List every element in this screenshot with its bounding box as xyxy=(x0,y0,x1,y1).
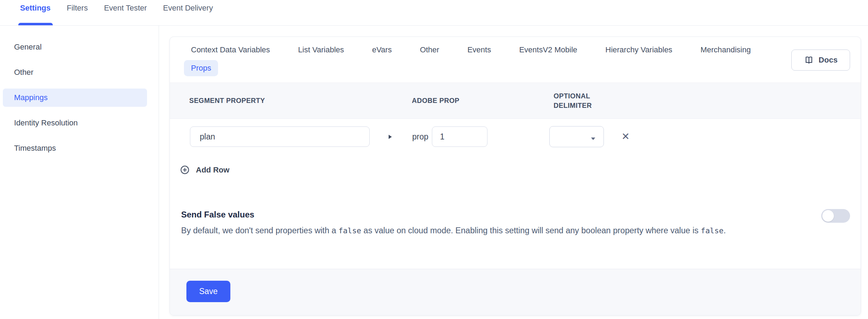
docs-button-label: Docs xyxy=(819,56,838,65)
var-tab-hierarchy-variables[interactable]: Hierarchy Variables xyxy=(598,42,679,58)
toggle-knob xyxy=(822,210,834,222)
send-false-description: By default, we don't send properties wit… xyxy=(181,223,818,238)
book-icon xyxy=(804,55,814,65)
settings-sidebar: General Other Mappings Identity Resoluti… xyxy=(0,26,159,319)
column-optional-delimiter: OPTIONAL DELIMITER xyxy=(554,91,601,110)
var-tab-eventsv2-mobile[interactable]: EventsV2 Mobile xyxy=(512,42,584,58)
tab-event-delivery[interactable]: Event Delivery xyxy=(163,0,213,25)
mapping-row: prop ✕ xyxy=(170,119,861,147)
sidebar-item-other[interactable]: Other xyxy=(3,63,147,82)
remove-row-button[interactable]: ✕ xyxy=(621,132,630,142)
tab-event-tester[interactable]: Event Tester xyxy=(104,0,147,25)
tab-filters-label: Filters xyxy=(67,4,88,13)
variable-tabs: Context Data Variables List Variables eV… xyxy=(184,42,782,76)
sidebar-item-label: Other xyxy=(14,68,33,77)
tab-event-tester-label: Event Tester xyxy=(104,4,147,13)
sidebar-item-label: Identity Resolution xyxy=(14,118,78,128)
var-tab-evars[interactable]: eVars xyxy=(365,42,399,58)
var-tab-props[interactable]: Props xyxy=(184,60,218,76)
var-tab-events[interactable]: Events xyxy=(460,42,498,58)
save-button[interactable]: Save xyxy=(186,281,230,302)
sidebar-item-label: General xyxy=(14,43,42,52)
description-code: false xyxy=(701,226,723,235)
sidebar-item-general[interactable]: General xyxy=(3,38,147,56)
content-area: Context Data Variables List Variables eV… xyxy=(159,26,868,319)
table-header: SEGMENT PROPERTY ADOBE PROP OPTIONAL DEL… xyxy=(170,83,861,119)
send-false-toggle[interactable] xyxy=(821,209,850,223)
arrow-right-icon xyxy=(388,134,392,140)
sidebar-item-identity-resolution[interactable]: Identity Resolution xyxy=(3,114,147,132)
adobe-prop-number-input[interactable] xyxy=(432,126,487,147)
send-false-title: Send False values xyxy=(181,210,818,220)
var-tab-other[interactable]: Other xyxy=(413,42,446,58)
var-tab-context-data-variables[interactable]: Context Data Variables xyxy=(184,42,277,58)
plus-circle-icon xyxy=(180,165,190,175)
tab-event-delivery-label: Event Delivery xyxy=(163,4,213,13)
description-part: as value on cloud mode. Enabling this se… xyxy=(361,226,701,235)
send-false-text: Send False values By default, we don't s… xyxy=(181,210,818,238)
chevron-down-icon xyxy=(591,136,596,142)
sidebar-item-label: Timestamps xyxy=(14,144,56,153)
docs-button[interactable]: Docs xyxy=(791,50,850,71)
segment-property-input[interactable] xyxy=(190,126,370,147)
top-nav: Settings Filters Event Tester Event Deli… xyxy=(0,0,868,26)
sidebar-item-mappings[interactable]: Mappings xyxy=(3,89,147,107)
sidebar-item-timestamps[interactable]: Timestamps xyxy=(3,139,147,157)
sidebar-item-label: Mappings xyxy=(14,93,47,102)
description-part: By default, we don't send properties wit… xyxy=(181,226,338,235)
delimiter-select[interactable] xyxy=(549,126,604,147)
adobe-prop-prefix-label: prop xyxy=(412,132,428,142)
description-part: . xyxy=(723,226,726,235)
add-row-label: Add Row xyxy=(196,165,229,175)
card-footer: Save xyxy=(170,269,861,315)
var-tab-merchandising[interactable]: Merchandising xyxy=(694,42,758,58)
tab-settings-label: Settings xyxy=(20,4,51,13)
column-segment-property: SEGMENT PROPERTY xyxy=(189,96,412,105)
var-tab-list-variables[interactable]: List Variables xyxy=(291,42,351,58)
add-row-button[interactable]: Add Row xyxy=(180,165,229,175)
variable-tabs-zone: Context Data Variables List Variables eV… xyxy=(170,37,861,83)
description-code: false xyxy=(338,226,361,235)
column-adobe-prop: ADOBE PROP xyxy=(412,96,554,105)
send-false-section: Send False values By default, we don't s… xyxy=(170,210,861,238)
tab-filters[interactable]: Filters xyxy=(67,0,88,25)
main-area: General Other Mappings Identity Resoluti… xyxy=(0,26,868,319)
active-tab-underline xyxy=(18,23,53,25)
mappings-card: Context Data Variables List Variables eV… xyxy=(170,37,861,315)
tab-settings[interactable]: Settings xyxy=(20,0,51,25)
